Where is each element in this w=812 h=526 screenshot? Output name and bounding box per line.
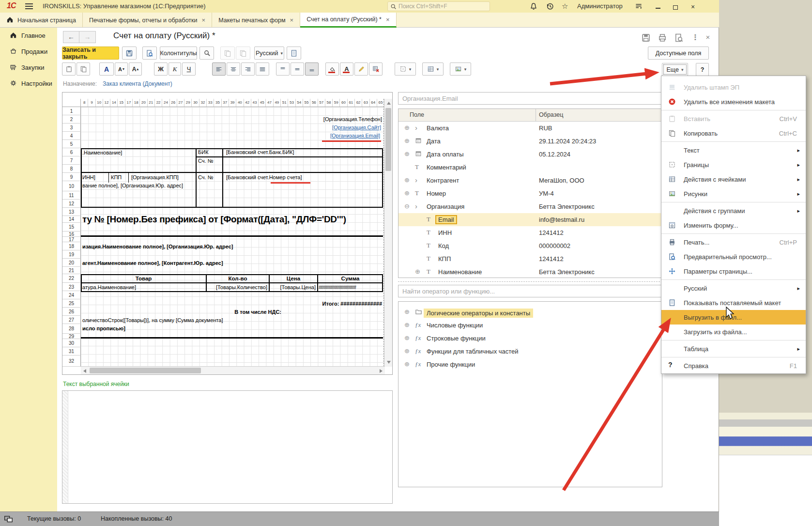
headers-footers-button[interactable]: Колонтитулы (160, 46, 197, 60)
row-header-17[interactable]: 17 (62, 237, 81, 242)
window-close-button[interactable]: × (687, 3, 699, 11)
font-bigger-button[interactable]: А▴ (129, 62, 142, 76)
print-icon[interactable] (657, 33, 668, 43)
sheet-cell[interactable]: изация.Наименование полное], [Организаци… (82, 244, 233, 250)
column-header[interactable]: 55 (303, 99, 310, 107)
sheet-column-headers[interactable]: 8910121415171820212224262729303233353739… (81, 99, 385, 107)
sheet-cell[interactable]: [Организация.Email] (237, 133, 380, 139)
column-header[interactable]: 33 (207, 99, 214, 107)
sheet-cell[interactable]: [Организация.Сайт] (237, 124, 381, 131)
row-header-26[interactable]: 26 (62, 308, 81, 316)
tab-close-icon[interactable]: × (386, 16, 390, 23)
borders-dropdown[interactable]: ▾ (395, 62, 416, 76)
bold-button[interactable]: Ж (154, 62, 168, 76)
horizontal-scrollbar[interactable] (81, 366, 385, 374)
column-header[interactable]: 56 (310, 99, 318, 107)
copy-fragment-button[interactable] (220, 46, 235, 60)
column-header[interactable]: 15 (118, 99, 125, 107)
column-header[interactable]: 59 (333, 99, 340, 107)
expander-icon[interactable]: ⊕ (404, 308, 410, 315)
column-header[interactable]: 14 (110, 99, 118, 107)
scrollbar-thumb[interactable] (90, 368, 201, 373)
language-select[interactable]: Русский▾ (254, 46, 284, 60)
tab-2[interactable]: Печатные формы, отчеты и обработки× (83, 13, 212, 28)
field-row-инн[interactable]: ТИНН1241412 (398, 226, 662, 239)
global-search-input[interactable]: Поиск Ctrl+Shift+F (387, 1, 490, 11)
menu-item-14[interactable]: Русский▸ (661, 281, 806, 295)
save-and-close-button[interactable]: Записать и закрыть (62, 46, 119, 60)
column-header[interactable]: 22 (155, 99, 162, 107)
row-header-32[interactable]: 32 (62, 356, 81, 367)
sheet-cell[interactable]: ИНН] (82, 174, 95, 181)
row-header-1[interactable]: 1 (62, 107, 81, 115)
row-header-2[interactable]: 2 (62, 115, 81, 124)
sheet-cell[interactable]: [Товары.Цена] (269, 284, 316, 291)
row-header-12[interactable]: 12 (62, 200, 81, 208)
layout-view-button[interactable] (287, 46, 301, 60)
sheet-cell[interactable]: Сч. № (198, 174, 213, 181)
menu-item-17[interactable]: Загрузить из файла... (661, 325, 806, 339)
column-header[interactable]: 62 (355, 99, 362, 107)
cells-dropdown[interactable]: ▾ (422, 62, 444, 76)
row-header-8[interactable]: 8 (62, 165, 81, 173)
align-left-button[interactable] (212, 62, 226, 76)
clear-format-button[interactable] (369, 62, 383, 76)
tab-4[interactable]: Счет на оплату (Русский) *× (300, 13, 396, 28)
column-header[interactable]: 61 (348, 99, 355, 107)
row-header-13[interactable]: 13 (62, 208, 81, 216)
sheet-cell[interactable]: [Банковский счет.Номер счета] (226, 174, 302, 181)
scrollbar-thumb[interactable] (385, 108, 391, 171)
main-menu-icon[interactable] (25, 3, 33, 4)
row-header-4[interactable]: 4 (62, 132, 81, 140)
sheet-corner-cell[interactable] (62, 99, 81, 107)
save-button[interactable] (122, 46, 137, 60)
sheet-cell[interactable]: Цена (269, 276, 318, 282)
sheet-cell[interactable]: Итого: ############## (237, 301, 382, 307)
sheet-cell[interactable]: Кол-во (206, 276, 269, 282)
font-smaller-button[interactable]: А▾ (115, 62, 128, 76)
row-header-10[interactable]: 10 (62, 181, 81, 191)
menu-item-9[interactable]: Действия с группами▸ (661, 203, 806, 218)
field-row-контрагент[interactable]: ⊕›КонтрагентМегаШоп, ООО (398, 174, 662, 187)
column-header[interactable]: 29 (184, 99, 192, 107)
row-header-19[interactable]: 19 (62, 250, 81, 259)
expander-icon[interactable]: ⊕ (404, 321, 410, 328)
row-header-28[interactable]: 28 (62, 324, 81, 334)
underline-button[interactable]: Ч (182, 62, 196, 76)
column-header[interactable]: 8 (81, 99, 88, 107)
sheet-cell[interactable]: [Банковский счет.Банк.БИК] (226, 149, 294, 155)
more-button[interactable]: Еще▾ (662, 63, 688, 76)
notifications-bell-icon[interactable] (529, 2, 538, 11)
column-header[interactable]: 26 (170, 99, 177, 107)
tab-close-icon[interactable]: × (290, 16, 294, 24)
column-header[interactable]: 40 (236, 99, 244, 107)
sidebar-item-4[interactable]: Настройки (0, 76, 57, 92)
sheet-cell[interactable]: КПП (111, 174, 122, 181)
expander-icon[interactable]: ⊖ (404, 202, 410, 210)
menu-item-7[interactable]: Действия с ячейками▸ (661, 172, 806, 186)
row-header-9[interactable]: 9 (62, 173, 81, 181)
row-header-21[interactable]: 21 (62, 267, 81, 274)
sheet-cell[interactable]: [Товары.Количество] (206, 284, 267, 291)
column-header[interactable]: 64 (370, 99, 377, 107)
preview-icon[interactable] (673, 33, 685, 43)
row-header-5[interactable]: 5 (62, 140, 81, 148)
column-header[interactable]: 12 (103, 99, 110, 107)
valign-bottom-button[interactable] (305, 62, 319, 76)
expander-icon[interactable]: ⊕ (404, 189, 410, 197)
row-header-31[interactable]: 31 (62, 347, 81, 356)
draw-borders-button[interactable] (354, 62, 368, 76)
column-header[interactable]: 27 (177, 99, 184, 107)
menu-item-10[interactable]: Изменить форму... (661, 218, 806, 232)
zoom-button[interactable] (199, 46, 214, 60)
sheet-cell[interactable]: ту № [Номер.Без префикса] от [Формат([Да… (82, 214, 346, 225)
function-group-2[interactable]: ⊕ƒxЧисловые функции (398, 319, 662, 332)
sidebar-item-1[interactable]: Главное (0, 28, 57, 44)
expander-icon[interactable]: ⊕ (404, 176, 410, 184)
column-header[interactable]: 35 (214, 99, 221, 107)
font-button[interactable]: А (99, 62, 114, 76)
column-header[interactable]: 60 (340, 99, 347, 107)
column-header[interactable]: 42 (244, 99, 251, 107)
history-icon[interactable] (546, 2, 554, 11)
sheet-cell[interactable]: атура.Наименование] (82, 284, 136, 291)
